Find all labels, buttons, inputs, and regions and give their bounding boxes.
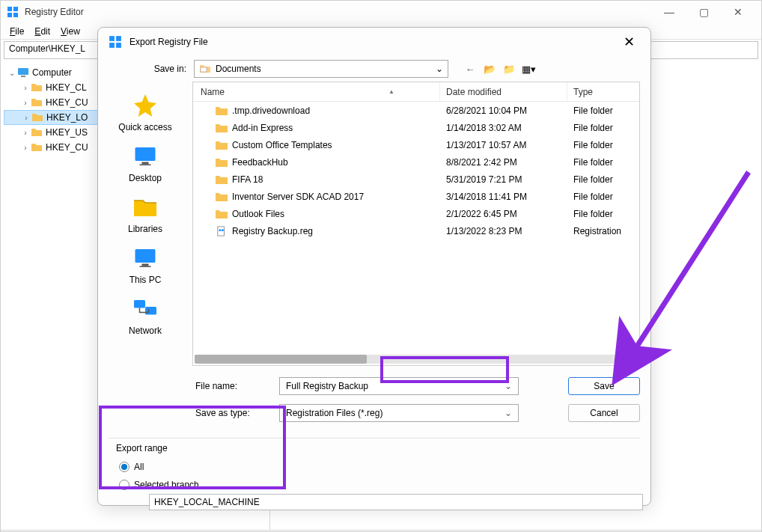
file-row[interactable]: FeedbackHub 8/8/2021 2:42 PM File folder: [193, 153, 639, 171]
file-name: Custom Office Templates: [232, 140, 332, 150]
place-desktop[interactable]: Desktop: [129, 143, 162, 183]
file-date: 2/1/2022 6:45 PM: [440, 209, 567, 219]
file-type: File folder: [567, 157, 639, 168]
svg-rect-10: [201, 67, 207, 72]
folder-icon: [216, 157, 228, 168]
svg-rect-20: [219, 229, 222, 231]
file-row[interactable]: Registry Backup.reg 1/13/2022 8:23 PM Re…: [193, 222, 639, 239]
svg-rect-11: [135, 147, 156, 161]
horizontal-scrollbar[interactable]: [195, 355, 638, 364]
file-row[interactable]: .tmp.drivedownload 6/28/2021 10:04 PM Fi…: [193, 102, 639, 119]
radio-icon: [119, 480, 129, 490]
branch-input[interactable]: HKEY_LOCAL_MACHINE: [149, 494, 643, 510]
column-date[interactable]: Date modified: [440, 82, 567, 101]
tree-item-label: HKEY_CU: [46, 142, 88, 153]
places-bar: Quick access Desktop Libraries This PC N…: [98, 82, 192, 366]
place-libraries[interactable]: Libraries: [128, 194, 162, 234]
chevron-down-icon: ⌄: [436, 64, 443, 74]
close-button[interactable]: ✕: [721, 1, 755, 23]
cancel-button[interactable]: Cancel: [568, 404, 640, 422]
dialog-close-button[interactable]: ✕: [618, 31, 640, 53]
expand-icon[interactable]: ›: [20, 129, 31, 137]
svg-rect-0: [7, 7, 12, 11]
file-row[interactable]: FIFA 18 5/31/2019 7:21 PM File folder: [193, 171, 639, 188]
expand-icon[interactable]: ›: [20, 144, 31, 152]
svg-rect-6: [109, 36, 115, 41]
file-type: Registration: [567, 226, 639, 236]
pc-icon: [132, 245, 159, 272]
column-name[interactable]: Name▲: [193, 82, 440, 101]
expand-icon[interactable]: ›: [20, 84, 31, 92]
svg-rect-5: [21, 76, 25, 77]
scroll-thumb[interactable]: [195, 355, 367, 364]
file-date: 1/14/2018 3:02 AM: [440, 123, 567, 133]
file-name: Inventor Server SDK ACAD 2017: [232, 192, 364, 202]
file-type: File folder: [567, 106, 639, 116]
menu-edit[interactable]: Edit: [30, 25, 55, 38]
export-dialog: Export Registry File ✕ Save in: Document…: [97, 27, 651, 506]
folder-icon: [216, 140, 228, 150]
file-type: File folder: [567, 123, 639, 133]
regedit-titlebar: Registry Editor — ▢ ✕: [1, 1, 761, 23]
tree-item-label: HKEY_US: [46, 127, 88, 138]
tree-item-label: HKEY_CL: [46, 82, 87, 93]
tree-root-label: Computer: [32, 67, 72, 78]
place-label: Network: [129, 325, 162, 336]
file-name: FIFA 18: [232, 174, 263, 185]
file-type: File folder: [567, 209, 639, 219]
export-range-group: Export range All Selected branch HKEY_LO…: [109, 438, 640, 518]
desktop-icon: [132, 143, 159, 170]
svg-rect-8: [109, 43, 115, 48]
place-network[interactable]: Network: [129, 296, 162, 336]
place-quick-access[interactable]: Quick access: [118, 92, 171, 132]
save-in-combo[interactable]: Documents ⌄: [194, 60, 448, 78]
file-date: 8/8/2021 2:42 PM: [440, 157, 567, 168]
file-list[interactable]: Name▲ Date modified Type .tmp.drivedownl…: [192, 82, 640, 366]
export-range-label: Export range: [116, 443, 633, 458]
file-row[interactable]: Outlook Files 2/1/2022 6:45 PM File fold…: [193, 205, 639, 222]
svg-rect-4: [18, 68, 28, 75]
folder-icon: [216, 174, 228, 185]
dialog-icon: [109, 35, 122, 49]
file-name: FeedbackHub: [232, 157, 288, 168]
expand-icon[interactable]: ›: [20, 99, 31, 107]
expand-icon[interactable]: ›: [21, 114, 31, 122]
svg-rect-14: [135, 249, 156, 263]
maximize-button[interactable]: ▢: [686, 1, 721, 23]
chevron-down-icon: ⌄: [505, 408, 512, 418]
file-list-header[interactable]: Name▲ Date modified Type: [193, 82, 639, 102]
file-date: 6/28/2021 10:04 PM: [440, 106, 567, 116]
radio-all[interactable]: All: [116, 458, 633, 476]
back-icon[interactable]: ←: [463, 62, 477, 76]
expand-icon[interactable]: ⌄: [7, 69, 17, 77]
svg-rect-12: [142, 162, 149, 165]
menu-view[interactable]: View: [56, 25, 85, 38]
sort-indicator-icon: ▲: [388, 88, 394, 95]
radio-selected-branch[interactable]: Selected branch: [116, 476, 633, 494]
new-folder-icon[interactable]: 📁: [502, 62, 516, 76]
tree-item-label: HKEY_LO: [46, 112, 88, 123]
save-as-type-combo[interactable]: Registration Files (*.reg) ⌄: [279, 404, 519, 422]
file-row[interactable]: Inventor Server SDK ACAD 2017 3/14/2018 …: [193, 188, 639, 205]
folder-icon: [31, 126, 43, 138]
view-menu-icon[interactable]: ▦▾: [522, 62, 535, 76]
file-name: .tmp.drivedownload: [232, 106, 310, 116]
svg-rect-13: [140, 165, 151, 166]
up-level-icon[interactable]: 📂: [483, 62, 496, 76]
svg-rect-9: [116, 43, 121, 48]
minimize-button[interactable]: —: [652, 1, 686, 23]
file-row[interactable]: Add-in Express 1/14/2018 3:02 AM File fo…: [193, 119, 639, 136]
file-name-label: File name:: [195, 381, 270, 391]
file-name-input[interactable]: Full Registry Backup ⌄: [279, 377, 519, 395]
file-name-value: Full Registry Backup: [286, 381, 368, 391]
svg-rect-21: [222, 229, 224, 231]
menu-file[interactable]: File: [5, 25, 28, 38]
save-as-type-value: Registration Files (*.reg): [286, 408, 382, 418]
network-icon: [132, 296, 159, 322]
file-row[interactable]: Custom Office Templates 1/13/2017 10:57 …: [193, 136, 639, 153]
save-button[interactable]: Save: [568, 377, 640, 395]
column-type[interactable]: Type: [567, 82, 639, 101]
folder-icon: [216, 209, 228, 219]
place-this-pc[interactable]: This PC: [129, 245, 162, 285]
radio-icon: [119, 462, 129, 472]
